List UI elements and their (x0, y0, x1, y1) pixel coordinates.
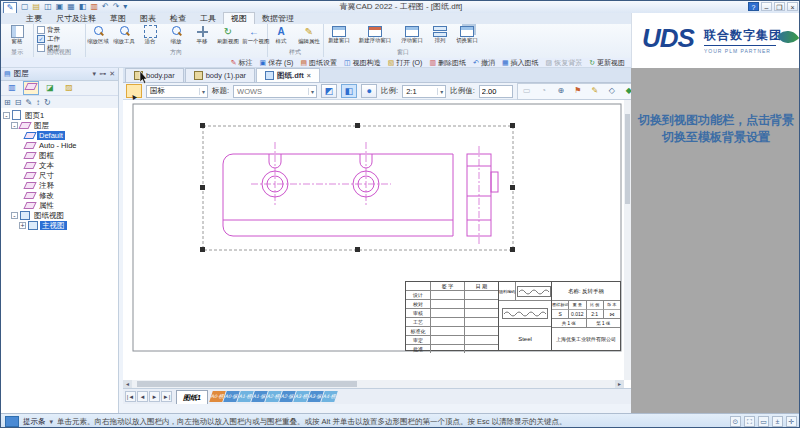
shaded-view-toggle[interactable]: ● (361, 84, 377, 98)
new-window-button[interactable]: 新建窗口 (324, 25, 354, 44)
refresh-view-button[interactable]: ↻ 刷新视图 (215, 25, 241, 45)
open-button[interactable]: ▧打开 (O) (388, 58, 423, 68)
previous-view-button[interactable]: ← 前一个视图 (241, 25, 267, 45)
prev-sheet-icon[interactable]: ◄ (137, 391, 148, 402)
help-button[interactable]: ? (748, 2, 759, 11)
scrollbar-thumb[interactable] (137, 381, 357, 387)
first-sheet-icon[interactable]: |◄ (125, 391, 136, 402)
scroll-left-icon[interactable]: ◄ (123, 380, 132, 388)
switch-window-button[interactable]: 切换窗口 (452, 25, 482, 44)
tab-data-management[interactable]: 数据管理 (255, 13, 301, 24)
tree-item-annotation-layer[interactable]: 注释 (1, 180, 118, 190)
tab-diagram[interactable]: 图表 (133, 13, 163, 24)
zoom-area-icon[interactable]: ▭ (758, 416, 769, 427)
scroll-right-icon[interactable]: ► (615, 380, 624, 388)
style-button[interactable]: A 样式 (268, 25, 294, 45)
move-layer-icon[interactable]: ↕ (36, 97, 40, 108)
tab-view[interactable]: 视图 (223, 12, 255, 24)
tree-item-text-layer[interactable]: 文本 (1, 160, 118, 170)
floating-window-button[interactable]: 浮动窗口 (397, 25, 427, 44)
edit-properties-button[interactable]: ✎ 编辑属性 (296, 25, 322, 45)
annotate-button[interactable]: ✎标注 (231, 58, 253, 68)
view-window-toggle[interactable]: ◧ (341, 84, 357, 98)
edit-definition-icon[interactable]: ✎ (587, 84, 603, 99)
select-tool-button[interactable]: ▲ (126, 84, 142, 98)
tree-item-default-layer[interactable]: Default (1, 130, 118, 140)
tab-dimension-annotation[interactable]: 尺寸及注释 (49, 13, 103, 24)
background-sheet-tab[interactable]: A4-横 (321, 391, 338, 402)
close-button[interactable]: × (787, 2, 798, 11)
chevron-down-icon[interactable]: ▾ (93, 69, 97, 79)
minimize-button[interactable]: – (761, 2, 772, 11)
tree-item-auto-hide-layer[interactable]: Auto - Hide (1, 140, 118, 150)
fit-button[interactable]: 适合 (137, 25, 163, 45)
scrollbar-thumb[interactable] (625, 114, 630, 204)
tab-inspect[interactable]: 检查 (163, 13, 193, 24)
scale-dropdown[interactable]: 2:1 ▾ (402, 85, 446, 98)
sheet-setup-button[interactable]: ▤图纸设置 (300, 58, 337, 68)
update-flag-icon[interactable]: ⚑ (570, 84, 586, 99)
vertical-scrollbar[interactable] (624, 100, 631, 380)
insert-sheet-button[interactable]: ▦插入图纸 (502, 58, 539, 68)
caption-dropdown[interactable]: WOWS ▾ (233, 85, 317, 98)
view-wizard-button[interactable]: ◫视图构造 (344, 58, 381, 68)
undo-button[interactable]: ↶撤消 (473, 58, 495, 68)
arrange-button[interactable]: 排列 (429, 25, 451, 44)
tree-item-property-layer[interactable]: 属性 (1, 200, 118, 210)
new-floating-window-button[interactable]: 新建浮动窗口 (355, 25, 395, 44)
expand-icon[interactable]: + (19, 222, 26, 229)
library-tab[interactable]: ▥ (4, 81, 20, 95)
update-views-button[interactable]: ↻更新视图 (589, 58, 625, 68)
maximize-button[interactable]: ❐ (774, 2, 785, 11)
collapse-icon[interactable]: - (11, 212, 18, 219)
layers-tab[interactable] (23, 81, 39, 95)
chevron-down-icon[interactable]: ▾ (50, 417, 54, 427)
tab-tools[interactable]: 工具 (193, 13, 223, 24)
selection-tab[interactable]: ◪ (42, 81, 58, 95)
close-icon[interactable]: ✕ (109, 69, 115, 79)
working-checkbox[interactable]: ✓ 工作 (37, 35, 85, 43)
delete-sheet-button[interactable]: ▥删除图纸 (429, 58, 466, 68)
tab-close-icon[interactable]: × (307, 72, 311, 79)
horizontal-scrollbar[interactable]: ◄ ► (123, 380, 624, 388)
command-finder-icon[interactable]: ⊙ (730, 416, 741, 427)
tab-main[interactable]: 主要 (19, 13, 49, 24)
tree-item-main-view[interactable]: + 主视图 (1, 220, 118, 230)
tree-item-layers[interactable]: - 图层 (1, 120, 118, 130)
fit-icon[interactable]: ⛶ (744, 416, 755, 427)
pan-button[interactable]: 平移 (189, 25, 215, 45)
collapse-icon[interactable]: - (11, 122, 18, 129)
collapse-icon[interactable]: - (3, 112, 10, 119)
drawing-canvas[interactable]: 签 字日 期 设计 校对 审核 工艺 标准化 审定 批准 物料编码 Steel (123, 100, 631, 388)
new-layer-icon[interactable]: ⊞ (4, 97, 11, 108)
tab-sketch[interactable]: 草图 (103, 13, 133, 24)
pin-icon[interactable]: ⊶ (99, 69, 106, 79)
save-button[interactable]: ▣保存 (S) (260, 58, 294, 68)
scale-number-input[interactable] (479, 85, 513, 98)
delete-layer-icon[interactable]: ⊟ (15, 97, 22, 108)
zoom-button[interactable]: 缩放 (163, 25, 189, 45)
draw-in-view-icon[interactable]: ▭ (519, 84, 535, 99)
tree-item-dimension-layer[interactable]: 尺寸 (1, 170, 118, 180)
zoom-icon[interactable]: ± (772, 416, 783, 427)
rotate-view-icon[interactable]: ◔ (536, 84, 552, 99)
panes-button[interactable]: 窗格 (4, 25, 30, 45)
sheet-tab-active[interactable]: 图纸1 (176, 390, 208, 404)
background-checkbox[interactable]: 背景 (37, 26, 85, 34)
rename-layer-icon[interactable]: ✎ (25, 97, 32, 108)
doc-tab-body1-par[interactable]: body (1).par (185, 68, 255, 82)
zoom-tool-button[interactable]: 缩放工具 (111, 25, 137, 45)
pan-icon[interactable]: ✛ (786, 416, 797, 427)
model-box-icon[interactable]: ◇ (604, 84, 620, 99)
zoom-area-button[interactable]: 缩放区域 (85, 25, 111, 45)
last-sheet-icon[interactable]: ►| (161, 391, 172, 402)
standard-dropdown[interactable]: 国标 ▾ (146, 85, 208, 98)
zoom-selected-icon[interactable]: ⊕ (553, 84, 569, 99)
tree-item-frame-layer[interactable]: 图框 (1, 150, 118, 160)
tree-item-drawing-views[interactable]: - 图纸视图 (1, 210, 118, 220)
refresh-layers-icon[interactable]: ↻ (44, 97, 51, 108)
settings-tab[interactable]: ▨ (61, 81, 77, 95)
next-sheet-icon[interactable]: ► (149, 391, 160, 402)
tree-item-modify-layer[interactable]: 修改 (1, 190, 118, 200)
sketch-plane-button[interactable]: ◩ (321, 84, 337, 98)
